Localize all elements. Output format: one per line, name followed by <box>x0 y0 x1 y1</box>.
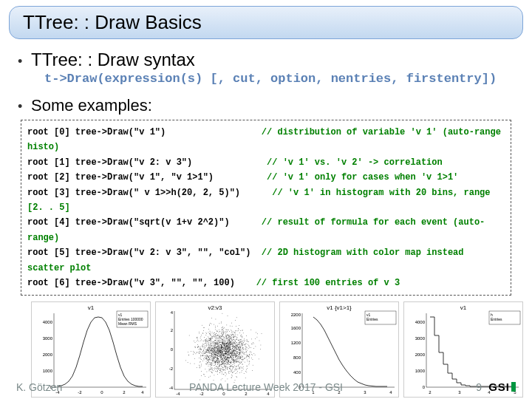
svg-rect-1526 <box>223 331 224 332</box>
svg-rect-1886 <box>210 348 211 349</box>
svg-rect-1428 <box>216 361 217 362</box>
svg-rect-832 <box>237 355 238 356</box>
svg-rect-881 <box>207 361 208 361</box>
svg-rect-457 <box>231 323 232 324</box>
svg-rect-1236 <box>224 347 225 348</box>
svg-rect-1096 <box>219 348 220 349</box>
svg-rect-1722 <box>242 358 242 359</box>
svg-rect-1566 <box>223 340 224 341</box>
svg-rect-1878 <box>227 349 228 349</box>
svg-rect-36 <box>235 333 236 334</box>
svg-rect-584 <box>222 374 222 375</box>
svg-rect-1808 <box>228 345 228 346</box>
svg-rect-360 <box>223 343 224 344</box>
svg-text:3000: 3000 <box>43 336 53 341</box>
svg-rect-2194 <box>222 364 222 364</box>
svg-rect-1509 <box>211 349 212 349</box>
svg-rect-236 <box>216 369 217 369</box>
svg-text:2000: 2000 <box>415 352 426 357</box>
svg-rect-1391 <box>202 355 203 355</box>
svg-rect-925 <box>202 347 202 347</box>
svg-rect-707 <box>216 366 217 367</box>
svg-rect-758 <box>252 370 253 371</box>
svg-rect-2054 <box>229 345 230 346</box>
svg-rect-2133 <box>204 352 205 353</box>
svg-rect-1118 <box>232 369 233 370</box>
svg-rect-751 <box>222 378 223 379</box>
svg-rect-1692 <box>224 345 225 346</box>
svg-rect-1977 <box>224 329 225 330</box>
svg-rect-1021 <box>236 337 236 338</box>
svg-rect-79 <box>202 361 203 361</box>
svg-rect-1301 <box>218 354 219 355</box>
svg-rect-442 <box>219 362 220 363</box>
svg-rect-1268 <box>231 355 231 356</box>
svg-rect-1078 <box>248 355 248 356</box>
svg-rect-1601 <box>208 349 208 349</box>
svg-rect-1472 <box>219 363 220 364</box>
svg-rect-1133 <box>230 357 231 358</box>
svg-rect-703 <box>216 334 216 335</box>
svg-rect-1165 <box>247 356 248 357</box>
svg-rect-2160 <box>228 355 228 355</box>
svg-rect-539 <box>240 347 241 348</box>
svg-rect-2153 <box>248 341 249 342</box>
svg-rect-1855 <box>211 340 211 341</box>
svg-rect-81 <box>245 346 246 347</box>
svg-rect-280 <box>197 344 198 345</box>
svg-rect-1400 <box>194 341 194 342</box>
svg-rect-1228 <box>207 340 208 341</box>
svg-rect-1725 <box>241 361 242 362</box>
svg-rect-1451 <box>200 368 200 369</box>
svg-rect-1930 <box>244 339 245 340</box>
svg-rect-385 <box>225 349 226 349</box>
svg-rect-1158 <box>245 341 245 342</box>
svg-text:800: 800 <box>293 355 301 360</box>
svg-rect-1829 <box>212 370 213 371</box>
svg-rect-1079 <box>236 352 237 352</box>
svg-rect-1899 <box>228 358 229 358</box>
svg-rect-576 <box>209 359 210 360</box>
svg-rect-1233 <box>195 347 196 348</box>
svg-rect-1979 <box>225 347 226 348</box>
svg-rect-905 <box>219 347 219 347</box>
svg-rect-322 <box>219 366 219 367</box>
svg-rect-1706 <box>213 347 214 348</box>
svg-rect-1174 <box>214 335 215 336</box>
svg-rect-884 <box>216 344 216 345</box>
svg-rect-1643 <box>220 358 221 358</box>
svg-rect-1107 <box>214 342 215 343</box>
svg-rect-1041 <box>191 351 191 352</box>
svg-rect-837 <box>229 342 230 343</box>
svg-rect-1908 <box>206 335 207 335</box>
svg-rect-1138 <box>214 344 214 344</box>
svg-rect-2137 <box>215 337 216 338</box>
svg-rect-748 <box>233 340 234 341</box>
svg-rect-234 <box>242 344 242 345</box>
svg-rect-1821 <box>225 368 226 369</box>
svg-rect-1903 <box>211 337 212 338</box>
svg-rect-356 <box>239 363 239 364</box>
svg-rect-2163 <box>243 369 244 369</box>
svg-rect-1279 <box>223 370 224 371</box>
svg-rect-668 <box>234 332 235 333</box>
svg-rect-266 <box>211 324 212 324</box>
svg-rect-1458 <box>253 343 253 344</box>
svg-rect-74 <box>224 341 225 342</box>
svg-rect-745 <box>239 357 240 358</box>
svg-rect-1385 <box>236 349 237 350</box>
svg-rect-1600 <box>229 339 230 340</box>
svg-rect-1024 <box>213 358 214 358</box>
svg-rect-2080 <box>201 347 202 348</box>
svg-rect-1076 <box>221 349 222 349</box>
svg-rect-331 <box>219 332 219 333</box>
svg-rect-2219 <box>225 347 226 348</box>
svg-rect-1935 <box>233 333 233 334</box>
svg-rect-1423 <box>218 353 219 354</box>
svg-rect-950 <box>214 355 215 355</box>
svg-rect-321 <box>237 353 238 354</box>
svg-rect-1407 <box>209 356 210 357</box>
svg-rect-471 <box>235 354 236 355</box>
svg-rect-1322 <box>231 339 232 340</box>
svg-rect-355 <box>188 362 188 363</box>
